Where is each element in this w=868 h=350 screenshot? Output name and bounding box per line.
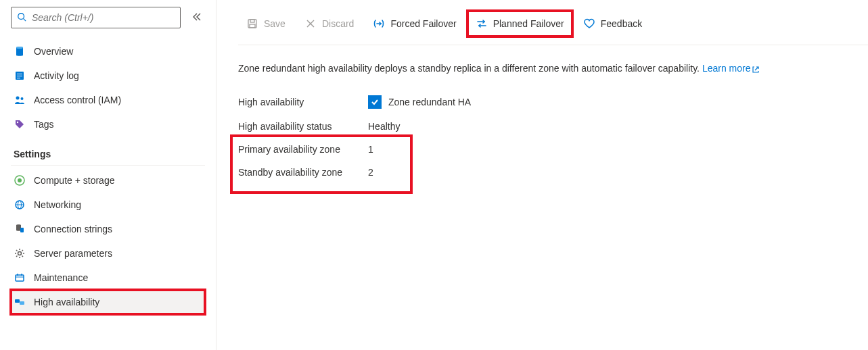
primary-zone-value: 1: [368, 144, 373, 155]
standby-zone-value: 2: [368, 167, 373, 178]
description-text: Zone redundant high availability deploys…: [238, 63, 702, 74]
maintenance-icon: [14, 272, 26, 284]
sidebar-item-access-control[interactable]: Access control (IAM): [11, 88, 205, 112]
content-body: Zone redundant high availability deploys…: [238, 45, 868, 184]
svg-point-9: [17, 122, 18, 123]
svg-point-0: [18, 13, 24, 19]
sidebar-item-label: High availability: [34, 297, 99, 307]
high-availability-icon: [14, 296, 26, 308]
zone-redundant-checkbox[interactable]: [368, 95, 382, 109]
search-icon: [17, 12, 26, 24]
toolbar-label: Discard: [322, 18, 354, 29]
sidebar-item-networking[interactable]: Networking: [11, 193, 205, 217]
svg-rect-4: [17, 74, 22, 74]
svg-point-16: [18, 252, 22, 255]
ha-enabled-label: High availability: [238, 97, 368, 107]
svg-rect-25: [250, 24, 255, 28]
forced-failover-icon: [373, 18, 385, 30]
sidebar: Overview Activity log Access control (IA…: [0, 0, 216, 350]
svg-point-2: [16, 47, 23, 49]
learn-more-link[interactable]: Learn more: [702, 63, 760, 74]
server-parameters-icon: [14, 247, 26, 259]
external-link-icon: [752, 66, 760, 74]
save-icon: [246, 18, 258, 30]
sidebar-item-activity-log[interactable]: Activity log: [11, 64, 205, 88]
toolbar-label: Save: [264, 18, 285, 29]
overview-icon: [14, 45, 26, 57]
sidebar-item-label: Compute + storage: [34, 175, 114, 186]
svg-point-8: [21, 97, 24, 100]
discard-icon: [304, 18, 317, 30]
svg-rect-6: [17, 78, 20, 78]
sidebar-item-tags[interactable]: Tags: [11, 112, 205, 136]
sidebar-item-label: Networking: [34, 199, 81, 210]
search-row: [11, 7, 205, 28]
description: Zone redundant high availability deploys…: [238, 61, 852, 76]
svg-rect-24: [250, 20, 254, 22]
save-button[interactable]: Save: [238, 14, 294, 34]
ha-enabled-row: High availability Zone redundant HA: [238, 89, 852, 115]
ha-enabled-value: Zone redundant HA: [368, 95, 471, 109]
toolbar-label: Planned Failover: [493, 18, 564, 29]
svg-point-11: [18, 178, 22, 182]
feedback-button[interactable]: Feedback: [575, 14, 650, 34]
connection-strings-icon: [14, 223, 26, 235]
access-control-icon: [14, 94, 26, 106]
svg-rect-15: [20, 228, 24, 232]
toolbar-label: Forced Failover: [390, 18, 456, 29]
svg-rect-17: [16, 275, 24, 281]
sidebar-item-high-availability[interactable]: High availability: [11, 290, 205, 314]
planned-failover-icon: [476, 18, 488, 30]
main-content: Save Discard Forced Failover Planned Fai…: [216, 0, 868, 350]
sidebar-item-overview[interactable]: Overview: [11, 39, 205, 64]
svg-line-1: [24, 18, 26, 21]
ha-status-row: High availability status Healthy: [238, 115, 852, 138]
sidebar-item-compute-storage[interactable]: Compute + storage: [11, 168, 205, 193]
svg-rect-21: [15, 299, 20, 303]
planned-failover-button[interactable]: Planned Failover: [467, 11, 572, 36]
activity-log-icon: [14, 70, 26, 82]
sidebar-item-label: Activity log: [34, 70, 79, 81]
sidebar-item-label: Connection strings: [34, 224, 112, 234]
primary-zone-row: Primary availability zone 1: [238, 138, 852, 161]
checkbox-label: Zone redundant HA: [388, 97, 471, 107]
ha-status-value: Healthy: [368, 121, 400, 132]
sidebar-item-label: Maintenance: [34, 272, 88, 283]
ha-status-label: High availability status: [238, 121, 368, 132]
sidebar-item-maintenance[interactable]: Maintenance: [11, 266, 205, 290]
svg-rect-5: [17, 76, 22, 76]
tags-icon: [14, 118, 26, 130]
sidebar-item-label: Overview: [34, 46, 73, 57]
forced-failover-button[interactable]: Forced Failover: [365, 14, 464, 34]
standby-zone-row: Standby availability zone 2: [238, 161, 852, 184]
networking-icon: [14, 199, 26, 211]
primary-zone-label: Primary availability zone: [238, 144, 368, 155]
sidebar-item-label: Access control (IAM): [34, 95, 121, 105]
search-input[interactable]: [32, 12, 175, 23]
svg-rect-22: [20, 301, 24, 305]
discard-button[interactable]: Discard: [296, 14, 362, 34]
sidebar-item-label: Tags: [34, 119, 54, 130]
toolbar: Save Discard Forced Failover Planned Fai…: [238, 0, 868, 45]
collapse-sidebar-button[interactable]: [189, 9, 205, 27]
feedback-icon: [583, 18, 595, 30]
search-box[interactable]: [11, 7, 181, 28]
sidebar-item-label: Server parameters: [34, 248, 112, 259]
standby-zone-label: Standby availability zone: [238, 167, 368, 178]
svg-point-7: [16, 97, 20, 100]
compute-storage-icon: [14, 174, 26, 186]
sidebar-item-server-parameters[interactable]: Server parameters: [11, 241, 205, 266]
toolbar-label: Feedback: [601, 18, 642, 29]
sidebar-section-settings: Settings: [11, 136, 205, 166]
sidebar-item-connection-strings[interactable]: Connection strings: [11, 217, 205, 241]
